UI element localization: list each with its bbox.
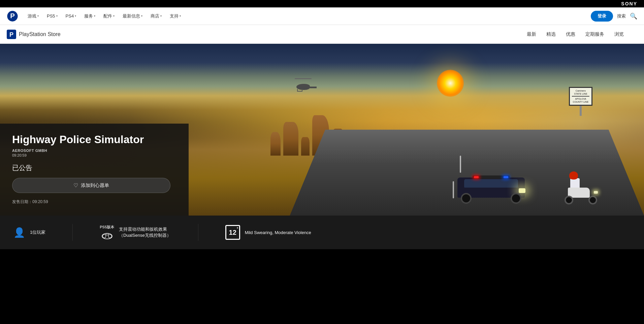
rating-description: Mild Swearing, Moderate Violence [245,230,311,235]
nav-right: 登录 搜索 🔍 [591,11,637,22]
motorcycle-headlight [594,191,598,194]
hero-section: Caminero STATE LINE APOLOVA COUNTY LINE … [0,44,644,216]
svg-point-6 [108,234,111,238]
store-nav-subscription[interactable]: 定期服务 [585,30,604,39]
nav-news[interactable]: 最新信息 ▾ [119,11,146,21]
hero-helicopter [290,78,317,92]
store-nav-browse[interactable]: 浏览 [614,30,624,39]
store-nav-deals[interactable]: 优惠 [566,30,575,39]
divider-1 [72,224,73,241]
car-light-bar [473,175,510,179]
players-info: 👤 1位玩家 [13,227,45,238]
game-title: Highway Police Simulator [12,133,176,146]
helicopter-tail [308,87,317,88]
rating-plus: + [236,226,238,230]
nav-games[interactable]: 游戏 ▾ [24,11,42,21]
dualsense-icon [101,231,113,240]
ps5-info: PS5版本 支持震动功能和扳机效果 （DualSense无线控制器） [100,225,171,240]
sony-bar: SONY [0,0,644,7]
login-button[interactable]: 登录 [591,11,613,22]
store-brand-text: PlayStation Store [19,31,61,37]
wishlist-button[interactable]: ♡ 添加到心愿单 [12,178,170,193]
rock-3 [301,137,310,156]
age-rating-icon: 12 + [225,225,240,240]
ps5-version-label: PS5版本 [100,225,114,230]
svg-text:P: P [9,31,13,38]
hero-motorcycle [562,173,599,207]
nav-shop[interactable]: 商店 ▾ [147,11,165,21]
hero-police-car [454,163,528,207]
svg-point-5 [102,234,106,238]
store-brand-icon: P [7,30,16,39]
news-chevron-icon: ▾ [141,14,142,18]
player-icon: 👤 [13,227,25,238]
playstation-logo: P [7,10,18,22]
road-sign: Caminero STATE LINE APOLOVA COUNTY LINE [569,87,592,116]
services-chevron-icon: ▾ [94,14,95,18]
game-publisher: AEROSOFT GMBH [12,149,176,153]
store-nav-links: 最新 精选 优惠 定期服务 浏览 [527,30,624,39]
car-headlight [519,188,525,193]
dualsense-label: 支持震动功能和扳机效果 （DualSense无线控制器） [119,226,171,238]
nav-links: 游戏 ▾ PS5 ▾ PS4 ▾ 服务 ▾ 配件 ▾ 最新信息 ▾ 商店 ▾ 支… [24,11,591,21]
sony-logo: SONY [621,1,637,6]
shop-chevron-icon: ▾ [160,14,162,18]
search-icon[interactable]: 🔍 [630,12,637,20]
helicopter-rotor [295,78,312,79]
svg-text:P: P [10,12,15,20]
main-nav: P 游戏 ▾ PS5 ▾ PS4 ▾ 服务 ▾ 配件 ▾ 最新信息 ▾ 商店 ▾ [0,7,644,25]
games-chevron-icon: ▾ [37,14,39,18]
store-nav-latest[interactable]: 最新 [527,30,536,39]
accessories-chevron-icon: ▾ [113,14,115,18]
heart-icon: ♡ [73,182,78,189]
sign-board: Caminero STATE LINE APOLOVA COUNTY LINE [569,87,592,106]
nav-services[interactable]: 服务 ▾ [81,11,99,21]
car-light-blue [504,176,508,178]
car-wheel-right [511,193,521,204]
motorcycle-wheel-back [565,196,573,204]
svg-point-4 [102,233,112,239]
ps5-chevron-icon: ▾ [56,14,58,18]
players-label: 1位玩家 [30,229,45,235]
support-chevron-icon: ▾ [180,14,181,18]
divider-2 [198,224,198,241]
hero-overlay: Highway Police Simulator AEROSOFT GMBH 0… [0,124,189,216]
nav-accessories[interactable]: 配件 ▾ [100,11,118,21]
extra-content [0,249,644,303]
nav-ps5[interactable]: PS5 ▾ [43,11,61,21]
car-light-red [474,176,479,178]
helicopter-landing-gear [297,89,302,92]
ps5-version-block: PS5版本 [100,225,114,240]
search-text[interactable]: 搜索 [617,13,626,19]
rock-2 [283,122,298,156]
age-rating-info: 12 + Mild Swearing, Moderate Violence [225,225,311,240]
rock-1 [270,132,281,156]
rating-number: 12 [229,229,236,236]
nav-ps4[interactable]: PS4 ▾ [62,11,80,21]
bottom-bar: 👤 1位玩家 PS5版本 支持震动功能和扳机效果 （DualSense无线控制器… [0,216,644,249]
rider-helmet [569,171,578,180]
game-status: 已公告 [12,163,176,172]
game-time: 09:20:59 [12,153,176,157]
car-wheel-left [461,193,472,204]
ps4-chevron-icon: ▾ [75,14,76,18]
store-nav-featured[interactable]: 精选 [546,30,556,39]
store-brand: P PlayStation Store [7,30,61,39]
hero-sun [437,70,464,97]
dualsense-text: 支持震动功能和扳机效果 （DualSense无线控制器） [119,226,171,238]
car-window [464,179,518,188]
store-nav: P PlayStation Store 最新 精选 优惠 定期服务 浏览 [0,25,644,44]
motorcycle-wheel-front [588,196,597,204]
release-date: 发售日期：09:20:59 [12,199,176,205]
nav-support[interactable]: 支持 ▾ [166,11,184,21]
sign-post [580,106,582,116]
